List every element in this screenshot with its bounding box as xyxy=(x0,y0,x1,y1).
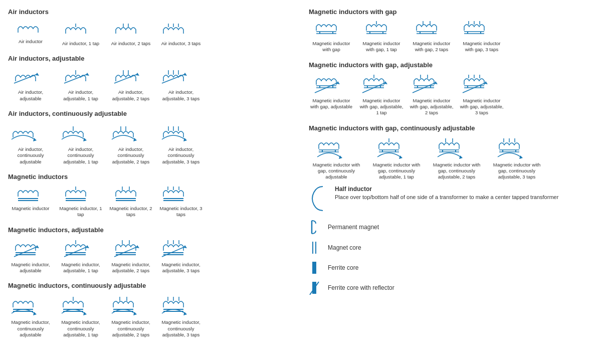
magnetic-cont-adj-svg xyxy=(11,294,51,317)
mag-gap-adj-3taps-svg xyxy=(462,74,502,96)
label-air-adj-3taps: Air inductor, adjustable, 3 taps xyxy=(158,89,204,102)
air-cont-adj-2taps-svg xyxy=(111,122,151,144)
symbol-magnetic-adj-2taps: Magnetic inductor, adjustable, 2 taps xyxy=(108,239,153,274)
left-column: Air inductors Air inductor Air inductor,… xyxy=(8,8,299,343)
symbol-mag-gap-3taps: Magnetic inductor with gap, 3 taps xyxy=(459,21,504,53)
symbol-mag-gap-2taps: Magnetic inductor with gap, 2 taps xyxy=(409,21,454,53)
label-mag-gap-cont-adj-3taps: Magnetic inductor with gap, continuously… xyxy=(489,162,544,180)
symbol-air-cont-adj-1tap: Air inductor, continuously adjustable, 1… xyxy=(58,122,103,165)
label-magnetic-cont-adj-3taps: Magnetic inductor, continuously adjustab… xyxy=(158,319,204,338)
symbol-air-inductor-3taps: Air inductor, 3 taps xyxy=(158,21,204,47)
permanent-magnet-label: Permanent magnet xyxy=(328,224,379,231)
label-air-adj-2taps: Air inductor, adjustable, 2 taps xyxy=(108,89,153,102)
symbol-magnetic-adj-3taps: Magnetic inductor, adjustable, 3 taps xyxy=(158,239,204,274)
magnetic-3taps-svg xyxy=(161,186,201,204)
label-magnetic-adj-1tap: Magnetic inductor, adjustable, 1 tap xyxy=(58,262,103,274)
magnetic-adj-3taps-svg xyxy=(161,239,201,260)
svg-marker-126 xyxy=(434,81,438,84)
label-magnetic-adj: Magnetic inductor, adjustable xyxy=(8,262,53,274)
magnetic-cont-adj-1tap-svg xyxy=(61,294,101,317)
label-magnetic-3taps: Magnetic inductor, 3 taps xyxy=(158,206,204,218)
half-inductor-section: Half inductor Place over top/bottom half… xyxy=(309,186,598,212)
right-column: Magnetic inductors with gap Magnetic ind… xyxy=(309,8,598,343)
section-title-mag-gap: Magnetic inductors with gap xyxy=(309,8,598,16)
label-magnetic-2taps: Magnetic inductor, 2 taps xyxy=(108,206,153,218)
symbol-mag-gap-adj-1tap: Magnetic inductor with gap, adjustable, … xyxy=(359,74,404,116)
symbol-air-inductor-1tap: Air inductor, 1 tap xyxy=(58,21,103,47)
air-cont-adj-svg xyxy=(11,122,51,144)
symbol-mag-gap-cont-adj-3taps: Magnetic inductor with gap, continuously… xyxy=(489,137,544,180)
air-cont-adj-row: Air inductor, continuously adjustable Ai… xyxy=(8,122,299,165)
label-magnetic-cont-adj: Magnetic inductor, continuously adjustab… xyxy=(8,319,53,338)
magnetic-cont-adj-3taps-svg xyxy=(161,294,201,317)
mag-gap-adj-2taps-svg xyxy=(412,74,452,96)
section-title-mag-gap-cont-adj: Magnetic inductors with gap, continuousl… xyxy=(309,124,598,132)
symbol-mag-gap-cont-adj: Magnetic inductor with gap, continuously… xyxy=(309,137,364,180)
magnetic-adj-2taps-svg xyxy=(113,239,148,260)
magnetic-cont-adj-row: Magnetic inductor, continuously adjustab… xyxy=(8,294,299,338)
magnetic-2taps-svg xyxy=(113,186,148,204)
mag-gap-cont-adj-3taps-svg xyxy=(497,137,537,160)
mag-gap-cont-adj-svg xyxy=(316,137,356,160)
magnetic-adj-row: Magnetic inductor, adjustable Magnetic i… xyxy=(8,239,299,274)
section-title-air-cont-adj: Air inductors, continuously adjustable xyxy=(8,110,299,117)
symbol-air-cont-adj: Air inductor, continuously adjustable xyxy=(8,122,53,165)
ferrite-core-section: Ferrite core xyxy=(309,261,598,275)
mag-gap-svg xyxy=(314,21,349,39)
symbol-magnetic-adj-1tap: Magnetic inductor, adjustable, 1 tap xyxy=(58,239,103,274)
label-air-inductor-1tap: Air inductor, 1 tap xyxy=(62,41,99,47)
svg-rect-164 xyxy=(312,262,316,274)
svg-marker-52 xyxy=(86,245,89,248)
symbol-mag-gap-adj-3taps: Magnetic inductor with gap, adjustable, … xyxy=(459,74,504,116)
symbol-air-adj-3taps: Air inductor, adjustable, 3 taps xyxy=(158,67,204,102)
air-inductor-svg xyxy=(16,21,46,37)
label-air-inductor-2taps: Air inductor, 2 taps xyxy=(111,41,151,47)
label-mag-gap-adj-1tap: Magnetic inductor with gap, adjustable, … xyxy=(359,98,404,116)
air-inductor-1tap-svg xyxy=(63,21,98,39)
magnetic-adj-svg xyxy=(13,239,48,260)
svg-marker-118 xyxy=(384,81,387,84)
label-mag-gap-3taps: Magnetic inductor with gap, 3 taps xyxy=(459,41,504,53)
mag-gap-1tap-svg xyxy=(364,21,399,39)
svg-marker-47 xyxy=(36,245,39,248)
mag-gap-cont-adj-1tap-svg xyxy=(376,137,417,160)
label-air-cont-adj: Air inductor, continuously adjustable xyxy=(8,146,53,165)
label-air-cont-adj-1tap: Air inductor, continuously adjustable, 1… xyxy=(58,146,103,165)
svg-marker-111 xyxy=(336,81,340,84)
label-mag-gap-2taps: Magnetic inductor with gap, 2 taps xyxy=(409,41,454,53)
label-mag-gap-adj: Magnetic inductor with gap, adjustable xyxy=(309,98,354,110)
magnetic-cont-adj-2taps-svg xyxy=(111,294,151,317)
mag-gap-adj-row: Magnetic inductor with gap, adjustable M… xyxy=(309,74,598,116)
symbol-air-adj: Air inductor, adjustable xyxy=(8,67,53,102)
magnetic-svg xyxy=(16,186,46,204)
half-inductor-description: Place over top/bottom half of one side o… xyxy=(335,194,558,201)
symbol-mag-gap-adj: Magnetic inductor with gap, adjustable xyxy=(309,74,354,116)
permanent-magnet-section: Permanent magnet xyxy=(309,220,598,235)
symbol-air-inductor: Air inductor xyxy=(8,21,53,47)
label-mag-gap-cont-adj: Magnetic inductor with gap, continuously… xyxy=(309,162,364,180)
svg-marker-58 xyxy=(136,245,139,248)
symbol-magnetic-cont-adj: Magnetic inductor, continuously adjustab… xyxy=(8,294,53,338)
air-adj-2taps-svg xyxy=(113,67,148,87)
label-mag-gap-adj-3taps: Magnetic inductor with gap, adjustable, … xyxy=(459,98,504,116)
symbol-magnetic-1tap: Magnetic inductor, 1 tap xyxy=(58,186,103,218)
half-inductor-icon xyxy=(309,186,327,212)
ferrite-core-reflector-icon xyxy=(309,281,320,295)
label-mag-gap-cont-adj-2taps: Magnetic inductor with gap, continuously… xyxy=(429,162,484,180)
main-layout: Air inductors Air inductor Air inductor,… xyxy=(8,8,598,343)
magnet-core-icon xyxy=(309,241,320,255)
air-adj-3taps-svg xyxy=(161,67,201,87)
air-inductor-3taps-svg xyxy=(161,21,201,39)
magnetic-adj-1tap-svg xyxy=(63,239,98,260)
magnet-core-label: Magnet core xyxy=(328,244,361,251)
magnetic-row: Magnetic inductor Magnetic inductor, 1 t… xyxy=(8,186,299,218)
label-magnetic-cont-adj-1tap: Magnetic inductor, continuously adjustab… xyxy=(58,319,103,338)
label-mag-gap: Magnetic inductor with gap xyxy=(309,41,354,53)
mag-gap-cont-adj-row: Magnetic inductor with gap, continuously… xyxy=(309,137,598,180)
ferrite-core-label: Ferrite core xyxy=(328,264,358,271)
svg-marker-135 xyxy=(484,81,488,84)
ferrite-core-reflector-section: Ferrite core with reflector xyxy=(309,281,598,295)
half-inductor-desc: Half inductor Place over top/bottom half… xyxy=(335,186,558,201)
section-title-air-adj: Air inductors, adjustable xyxy=(8,55,299,62)
symbol-air-cont-adj-3taps: Air inductor, continuously adjustable, 3… xyxy=(158,122,204,165)
